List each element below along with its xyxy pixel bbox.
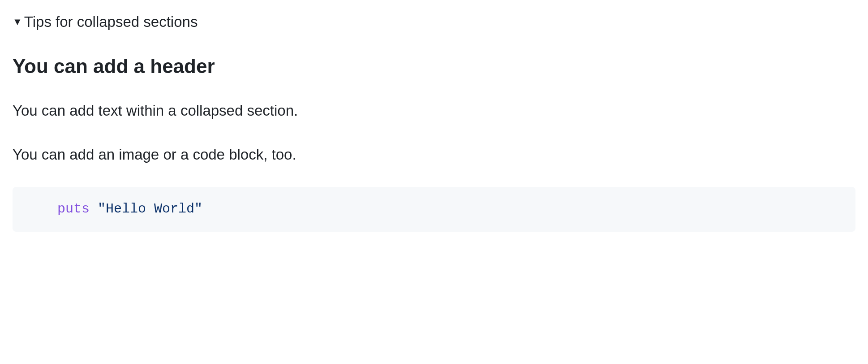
code-space [90, 201, 98, 217]
details-summary[interactable]: ▼ Tips for collapsed sections [13, 11, 855, 33]
code-keyword: puts [57, 201, 90, 217]
code-string: "Hello World" [98, 201, 202, 217]
code-block: puts "Hello World" [13, 187, 855, 232]
summary-label: Tips for collapsed sections [24, 11, 198, 33]
triangle-down-icon: ▼ [13, 17, 22, 27]
paragraph-1: You can add text within a collapsed sect… [13, 100, 855, 122]
paragraph-2: You can add an image or a code block, to… [13, 143, 855, 166]
section-header: You can add a header [13, 55, 855, 78]
